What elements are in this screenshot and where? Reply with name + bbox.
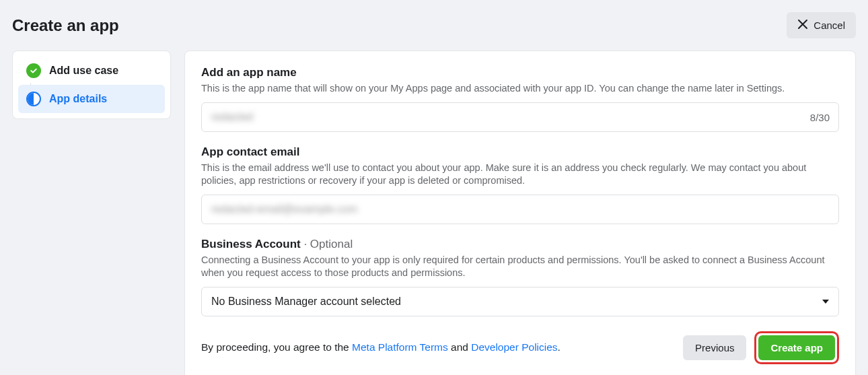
select-value: No Business Manager account selected bbox=[211, 296, 401, 308]
redacted-value: redacted bbox=[211, 111, 253, 123]
sidebar-item-app-details[interactable]: App details bbox=[18, 85, 165, 113]
chevron-down-icon bbox=[822, 300, 829, 304]
field-label: Business Account · Optional bbox=[201, 238, 839, 251]
sidebar-item-label: App details bbox=[49, 93, 107, 105]
previous-button[interactable]: Previous bbox=[683, 335, 746, 360]
field-business-account: Business Account · Optional Connecting a… bbox=[201, 238, 839, 316]
field-description: This is the app name that will show on y… bbox=[201, 82, 839, 96]
half-circle-icon bbox=[26, 92, 41, 106]
cancel-button[interactable]: Cancel bbox=[787, 12, 856, 38]
page-title: Create an app bbox=[12, 16, 119, 35]
meta-platform-terms-link[interactable]: Meta Platform Terms bbox=[352, 341, 448, 353]
sidebar-item-label: Add use case bbox=[49, 65, 118, 77]
agree-mid: and bbox=[448, 341, 471, 353]
check-circle-icon bbox=[26, 63, 41, 78]
agree-prefix: By proceeding, you agree to the bbox=[201, 341, 352, 353]
field-description: Connecting a Business Account to your ap… bbox=[201, 254, 839, 280]
field-description: This is the email address we'll use to c… bbox=[201, 162, 839, 188]
developer-policies-link[interactable]: Developer Policies bbox=[471, 341, 557, 353]
field-app-name: Add an app name This is the app name tha… bbox=[201, 66, 839, 132]
form-footer: By proceeding, you agree to the Meta Pla… bbox=[201, 331, 839, 364]
agree-suffix: . bbox=[558, 341, 560, 353]
redacted-value: redacted-email@example.com bbox=[211, 203, 357, 215]
field-label: App contact email bbox=[201, 145, 839, 159]
cancel-label: Cancel bbox=[813, 20, 845, 31]
close-icon bbox=[797, 19, 808, 32]
wizard-sidebar: Add use case App details bbox=[12, 50, 171, 119]
field-label: Add an app name bbox=[201, 66, 839, 79]
business-account-select[interactable]: No Business Manager account selected bbox=[201, 287, 839, 316]
contact-email-input[interactable]: redacted-email@example.com bbox=[201, 195, 839, 224]
field-contact-email: App contact email This is the email addr… bbox=[201, 145, 839, 224]
app-name-input[interactable]: redacted bbox=[201, 102, 839, 132]
form-card: Add an app name This is the app name tha… bbox=[184, 50, 856, 375]
create-app-button[interactable]: Create app bbox=[758, 335, 835, 360]
highlight-annotation: Create app bbox=[754, 331, 839, 364]
agreement-text: By proceeding, you agree to the Meta Pla… bbox=[201, 341, 560, 353]
char-count: 8/30 bbox=[810, 111, 830, 123]
sidebar-item-add-use-case[interactable]: Add use case bbox=[18, 57, 165, 85]
label-text: Business Account bbox=[201, 238, 301, 250]
optional-suffix: · Optional bbox=[301, 238, 353, 250]
